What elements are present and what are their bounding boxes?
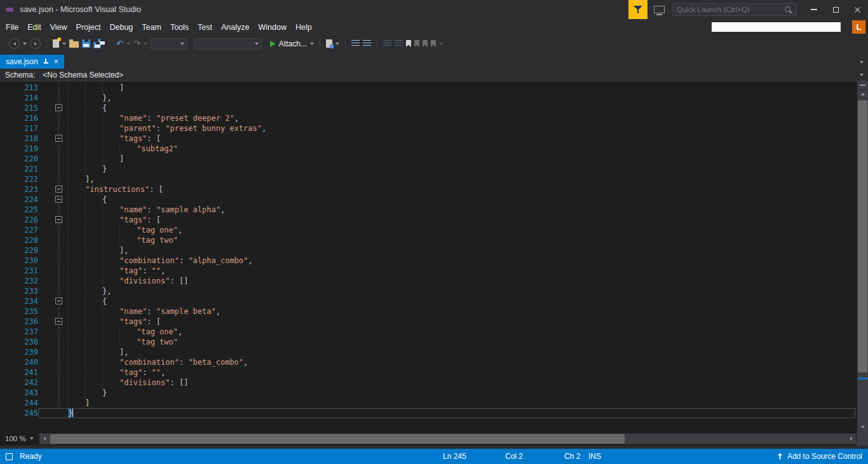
code-text[interactable]: ] <box>65 398 90 408</box>
code-text[interactable]: "combination": "alpha_combo", <box>65 256 253 266</box>
line-number[interactable]: 242 <box>0 378 38 388</box>
code-line[interactable]: 225"name": "sample alpha", <box>0 205 868 215</box>
code-line[interactable]: 215{ <box>0 103 868 113</box>
bookmark-icon[interactable] <box>406 40 411 47</box>
add-to-source-control-button[interactable]: ↑ Add to Source Control <box>776 449 862 464</box>
code-text[interactable]: { <box>65 103 107 113</box>
line-number[interactable]: 226 <box>0 215 38 225</box>
line-number[interactable]: 231 <box>0 266 38 276</box>
open-file-icon[interactable] <box>69 41 79 48</box>
outdent-icon[interactable] <box>395 40 403 47</box>
tab-close-icon[interactable]: × <box>54 58 58 65</box>
tab-save-json[interactable]: save.json × <box>0 55 64 69</box>
code-text[interactable]: { <box>65 194 107 205</box>
menu-item-test[interactable]: Test <box>193 21 217 34</box>
navigate-back-button[interactable] <box>9 38 20 49</box>
code-text[interactable]: ] <box>65 83 124 93</box>
menu-item-tools[interactable]: Tools <box>166 21 193 34</box>
line-number[interactable]: 232 <box>0 276 38 286</box>
code-line[interactable]: 223"instructions": [ <box>0 184 868 194</box>
horizontal-scroll-track[interactable] <box>49 433 846 444</box>
next-bookmark-icon[interactable] <box>423 40 428 47</box>
previous-bookmark-icon[interactable] <box>414 40 419 47</box>
menu-item-debug[interactable]: Debug <box>105 21 137 34</box>
code-text[interactable]: }, <box>65 286 111 296</box>
code-line[interactable]: 230"combination": "alpha_combo", <box>0 256 868 266</box>
line-number[interactable]: 227 <box>0 225 38 235</box>
code-text[interactable]: "instructions": [ <box>65 184 163 194</box>
background-tasks-icon[interactable] <box>6 453 13 460</box>
code-line[interactable]: 236"tags": [ <box>0 317 868 327</box>
nav-dropdown-icon[interactable] <box>23 43 27 45</box>
code-text[interactable]: ], <box>65 174 94 184</box>
code-line[interactable]: 235"name": "sample beta", <box>0 306 868 317</box>
code-line[interactable]: 237"tag one", <box>0 327 868 337</box>
vertical-scrollbar[interactable] <box>857 81 868 432</box>
menu-item-help[interactable]: Help <box>291 21 316 34</box>
undo-dropdown-icon[interactable] <box>126 43 130 45</box>
indent-icon[interactable] <box>383 40 391 47</box>
line-number[interactable]: 240 <box>0 357 38 367</box>
line-number[interactable]: 216 <box>0 113 38 123</box>
code-text[interactable]: "name": "sample alpha", <box>65 205 225 215</box>
line-number[interactable]: 224 <box>0 194 38 205</box>
code-text[interactable]: ], <box>65 245 128 256</box>
menu-item-edit[interactable]: Edit <box>23 21 46 34</box>
line-number[interactable]: 221 <box>0 164 38 174</box>
menu-item-team[interactable]: Team <box>137 21 166 34</box>
line-number[interactable]: 237 <box>0 327 38 337</box>
line-number[interactable]: 244 <box>0 398 38 408</box>
collapse-region-icon[interactable] <box>55 297 62 304</box>
undo-icon[interactable]: ↶ <box>116 39 123 48</box>
collapse-region-icon[interactable] <box>55 104 62 111</box>
save-icon[interactable] <box>82 39 90 48</box>
scroll-right-icon[interactable] <box>846 437 856 440</box>
code-text[interactable]: } <box>65 388 107 398</box>
menu-item-view[interactable]: View <box>46 21 72 34</box>
code-line[interactable]: 238"tag two" <box>0 337 868 347</box>
maximize-button[interactable] <box>825 0 846 19</box>
code-line[interactable]: 218"tags": [ <box>0 133 868 144</box>
schema-bar-dropdown-icon[interactable] <box>860 74 864 76</box>
redo-icon[interactable]: ↷ <box>133 39 140 48</box>
code-line[interactable]: 226"tags": [ <box>0 215 868 225</box>
code-line[interactable]: 228"tag two" <box>0 235 868 245</box>
line-number[interactable]: 239 <box>0 347 38 357</box>
attach-button[interactable]: Attach... <box>270 39 314 48</box>
feedback-button[interactable] <box>628 0 648 19</box>
quick-launch-input[interactable] <box>673 6 785 13</box>
scroll-down-icon[interactable] <box>857 423 868 432</box>
code-text[interactable]: "combination": "beta_combo", <box>65 357 248 367</box>
splitter-grip[interactable] <box>857 81 868 90</box>
code-text[interactable]: } <box>65 408 73 418</box>
code-text[interactable]: "divisions": [] <box>65 378 188 388</box>
line-number[interactable]: 225 <box>0 205 38 215</box>
collapse-region-icon[interactable] <box>55 186 62 193</box>
menu-item-project[interactable]: Project <box>72 21 105 34</box>
line-number[interactable]: 243 <box>0 388 38 398</box>
code-line[interactable]: 221} <box>0 164 868 174</box>
line-number[interactable]: 222 <box>0 174 38 184</box>
code-line[interactable]: 243} <box>0 388 868 398</box>
line-number[interactable]: 236 <box>0 317 38 327</box>
line-number[interactable]: 229 <box>0 245 38 256</box>
code-line[interactable]: 242"divisions": [] <box>0 378 868 388</box>
line-number[interactable]: 214 <box>0 93 38 103</box>
code-text[interactable]: "name": "sample beta", <box>65 306 220 317</box>
code-line[interactable]: 233}, <box>0 286 868 296</box>
code-line[interactable]: 214}, <box>0 93 868 103</box>
pin-icon[interactable] <box>43 58 49 65</box>
line-number[interactable]: 213 <box>0 83 38 93</box>
code-text[interactable]: } <box>65 164 107 174</box>
vertical-scroll-thumb[interactable] <box>858 100 867 372</box>
quick-launch-box[interactable] <box>672 3 797 16</box>
code-text[interactable]: "divisions": [] <box>65 276 188 286</box>
code-line[interactable]: 220] <box>0 154 868 164</box>
code-line[interactable]: 231"tag": "", <box>0 266 868 276</box>
collapse-region-icon[interactable] <box>55 135 62 142</box>
line-number[interactable]: 238 <box>0 337 38 347</box>
toolbar-overflow-icon[interactable] <box>439 43 443 45</box>
code-text[interactable]: "tag two" <box>65 337 178 347</box>
code-text[interactable]: "tag": "", <box>65 266 165 276</box>
code-text[interactable]: "parent": "preset bunny extras", <box>65 123 266 133</box>
